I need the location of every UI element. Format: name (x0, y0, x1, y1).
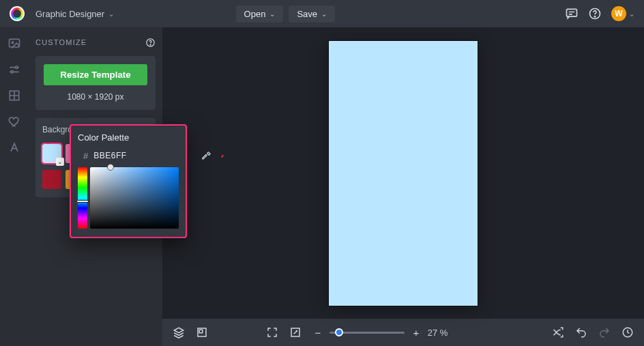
zoom-out-button[interactable]: − (312, 327, 324, 338)
svg-point-5 (16, 66, 18, 68)
document-title: Graphic Designer (35, 9, 104, 19)
zoom-in-button[interactable]: + (410, 327, 422, 338)
hue-slider-thumb[interactable] (76, 200, 89, 203)
avatar-letter: W (615, 9, 622, 18)
svg-point-6 (11, 71, 13, 73)
shuffle-icon[interactable] (551, 326, 565, 339)
image-icon[interactable] (8, 37, 21, 51)
chevron-down-icon: ⌄ (629, 10, 634, 18)
color-palette-popover: Color Palette # (70, 124, 187, 238)
top-bar: Graphic Designer ⌄ Open ⌄ Save ⌄ W ⌄ (0, 0, 644, 27)
chevron-down-icon: ⌄ (108, 10, 114, 18)
save-button-label: Save (297, 9, 317, 19)
svg-point-2 (594, 16, 595, 17)
hex-input[interactable] (93, 151, 196, 160)
panel-help-icon[interactable] (145, 37, 156, 48)
resize-template-button[interactable]: Resize Template (44, 64, 147, 85)
app-logo[interactable] (10, 6, 25, 21)
help-icon[interactable] (588, 7, 602, 20)
svg-point-9 (150, 44, 151, 45)
zoom-value: 27 % (428, 328, 448, 338)
expand-icon[interactable] (289, 326, 302, 339)
text-icon[interactable] (8, 141, 21, 154)
zoom-slider-thumb[interactable] (335, 328, 343, 336)
check-icon: ⌄ (56, 158, 64, 166)
eyedropper-icon[interactable] (201, 150, 211, 161)
avatar: W (611, 6, 626, 21)
open-button-label: Open (244, 9, 266, 19)
hash-symbol: # (83, 151, 88, 161)
template-dimensions: 1080 × 1920 px (44, 92, 147, 102)
fit-to-screen-icon[interactable] (265, 326, 279, 339)
zoom-slider[interactable] (330, 332, 405, 334)
canvas-column: − + 27 % (162, 27, 644, 346)
sv-thumb[interactable] (107, 164, 114, 171)
color-swatch[interactable]: ⌄ (42, 144, 61, 163)
document-title-dropdown[interactable]: Graphic Designer ⌄ (33, 6, 117, 22)
tool-rail (0, 27, 29, 346)
chevron-down-icon: ⌄ (321, 10, 327, 18)
heart-icon[interactable] (8, 115, 21, 128)
hue-slider[interactable] (78, 167, 87, 229)
svg-rect-0 (566, 9, 576, 16)
customize-title: CUSTOMIZE (35, 38, 87, 46)
account-menu[interactable]: W ⌄ (611, 6, 634, 21)
chevron-down-icon: ⌄ (269, 10, 275, 18)
color-picker (78, 167, 179, 229)
topbar-right: W ⌄ (565, 6, 634, 21)
canvas-area[interactable] (162, 27, 644, 319)
color-palette-title: Color Palette (78, 132, 179, 143)
color-swatch[interactable] (42, 170, 61, 189)
open-button[interactable]: Open ⌄ (236, 5, 284, 23)
topbar-center: Open ⌄ Save ⌄ (236, 5, 335, 23)
svg-rect-11 (199, 330, 203, 333)
zoom-control: − + 27 % (312, 327, 448, 338)
grid-icon[interactable] (8, 89, 21, 102)
bottom-bar: − + 27 % (162, 319, 644, 346)
history-icon[interactable] (621, 326, 634, 339)
undo-icon[interactable] (574, 326, 588, 339)
comments-icon[interactable] (565, 7, 579, 20)
layers-icon[interactable] (172, 326, 186, 339)
svg-point-4 (12, 42, 14, 44)
saturation-value-field[interactable] (90, 167, 179, 229)
sliders-icon[interactable] (8, 63, 21, 76)
resize-block: Resize Template 1080 × 1920 px (35, 56, 156, 110)
page-grid-icon[interactable] (195, 326, 209, 339)
artboard[interactable] (329, 41, 478, 306)
redo-icon[interactable] (598, 326, 611, 339)
save-button[interactable]: Save ⌄ (289, 5, 335, 23)
hex-row: # (78, 149, 179, 162)
